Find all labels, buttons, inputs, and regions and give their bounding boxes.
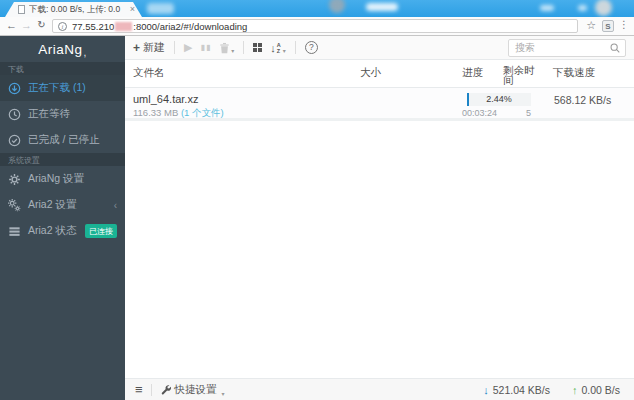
browser-tab[interactable]: 下载: 0.00 B/s, 上传: 0.0 × (5, 2, 142, 17)
statusbar-separator (151, 384, 152, 396)
page-info-icon[interactable]: i (58, 22, 67, 31)
clock-icon (8, 108, 21, 121)
global-speed-stats: ↓ 521.04 KB/s ↑ 0.00 B/s (483, 384, 620, 396)
tab-close-icon[interactable]: × (130, 5, 135, 14)
header-size: 大小 (360, 66, 381, 80)
tab-title: 下载: 0.00 B/s, 上传: 0.0 (29, 4, 126, 16)
sidebar-item-waiting[interactable]: 正在等待 (0, 101, 125, 127)
back-button[interactable]: ← (5, 19, 18, 31)
sidebar-item-label: AriaNg 设置 (28, 172, 84, 186)
browser-titlebar: 下载: 0.00 B/s, 上传: 0.0 × (0, 0, 634, 17)
table-rows-icon (8, 225, 21, 238)
global-download-speed: ↓ 521.04 KB/s (483, 384, 550, 396)
delete-button[interactable]: ▾ (219, 42, 234, 54)
check-circle-icon (8, 134, 21, 147)
sidebar-item-ariang-settings[interactable]: AriaNg 设置 (0, 166, 125, 192)
page-favicon-icon (18, 5, 25, 14)
task-file-count-link[interactable]: (1 个文件) (181, 107, 224, 118)
task-remaining-time: 00:03:24 (462, 108, 497, 118)
sort-arrow-icon: ↓ (270, 42, 276, 54)
caret-down-icon: ▾ (222, 390, 225, 397)
gear-icon (8, 173, 21, 186)
refresh-button[interactable]: ↻ (35, 19, 48, 30)
task-peer-count: 5 (517, 108, 531, 118)
chevron-left-icon: ‹ (114, 200, 117, 211)
task-size: 116.33 MB (1 个文件) (133, 107, 224, 120)
toolbar-separator (243, 41, 244, 54)
blurred-spot (540, 5, 554, 11)
sidebar-item-label: 正在下载 (1) (28, 81, 86, 95)
sidebar-section-settings: 系统设置 (0, 153, 125, 166)
url-prefix: 77.55.210 (72, 21, 114, 32)
header-download-speed: 下载速度 (553, 66, 595, 80)
collapse-sidebar-button[interactable]: ≡ (135, 382, 143, 397)
status-bar: ≡ 快捷设置 ▾ ↓ 521.04 KB/s ↑ 0.0 (125, 378, 634, 400)
blurred-circle (595, 0, 612, 16)
toolbar-separator (295, 41, 296, 54)
search-box (508, 39, 626, 57)
ariang-app: AriaNg, 下载 正在下载 (1) 正在等待 (0, 36, 634, 400)
pause-button[interactable]: ▮▮ (200, 43, 211, 52)
forward-button: → (20, 19, 33, 31)
sidebar-item-aria2-settings[interactable]: Aria2 设置 ‹ (0, 192, 125, 218)
new-task-button[interactable]: + 新建 (133, 40, 165, 55)
command-toolbar: + 新建 ▶ ▮▮ ▾ ↓ (125, 36, 634, 60)
blurred-spot (578, 5, 587, 11)
task-row[interactable]: uml_64.tar.xz 116.33 MB (1 个文件) 2.44% 00… (125, 88, 634, 121)
start-button[interactable]: ▶ (184, 41, 192, 54)
screen: 下载: 0.00 B/s, 上传: 0.0 × ← → ↻ i 77.55.21… (0, 0, 634, 400)
plus-icon: + (133, 41, 140, 55)
header-filename: 文件名 (133, 66, 165, 80)
quick-settings-button[interactable]: 快捷设置 ▾ (160, 383, 225, 397)
sidebar: AriaNg, 下载 正在下载 (1) 正在等待 (0, 36, 125, 400)
sidebar-item-downloading[interactable]: 正在下载 (1) (0, 75, 125, 101)
connected-status-badge: 已连接 (85, 224, 117, 238)
header-progress: 进度 (462, 66, 483, 80)
gears-icon (8, 199, 21, 212)
download-circle-icon (8, 82, 21, 95)
search-icon (609, 42, 621, 54)
sidebar-item-label: 已完成 / 已停止 (28, 133, 100, 147)
trash-icon (219, 42, 230, 54)
task-download-speed: 568.12 KB/s (554, 94, 611, 106)
view-grid-button[interactable] (253, 43, 262, 52)
caret-down-icon: ▾ (231, 47, 234, 54)
header-remaining-time: 剩余时间 (503, 65, 543, 85)
wrench-icon (160, 384, 171, 395)
logo-mark: , (83, 47, 86, 58)
task-filename[interactable]: uml_64.tar.xz (133, 93, 198, 105)
global-upload-speed: ↑ 0.00 B/s (572, 384, 620, 396)
blurred-tab-area (147, 3, 174, 14)
upload-arrow-icon: ↑ (572, 384, 578, 396)
blurred-text (366, 3, 398, 11)
blurred-avatar (329, 0, 345, 13)
chrome-menu-icon[interactable]: ⋮ (619, 19, 629, 30)
sidebar-item-stopped[interactable]: 已完成 / 已停止 (0, 127, 125, 153)
sidebar-item-label: Aria2 设置 (28, 198, 76, 212)
ariang-logo[interactable]: AriaNg, (0, 36, 125, 62)
sidebar-section-downloads: 下载 (0, 62, 125, 75)
help-button[interactable]: ? (305, 41, 318, 54)
url-redaction (115, 22, 132, 31)
sidebar-item-label: Aria2 状态 (28, 224, 76, 238)
browser-toolbar: ← → ↻ i 77.55.210 :8000/aria2/#!/downloa… (0, 17, 634, 36)
address-bar[interactable]: i 77.55.210 :8000/aria2/#!/downloading (52, 19, 578, 33)
main-content: + 新建 ▶ ▮▮ ▾ ↓ (125, 36, 634, 400)
progress-percent: 2.44% (467, 93, 531, 106)
toolbar-separator (174, 41, 175, 54)
extension-icon[interactable]: S (602, 20, 614, 32)
new-task-label: 新建 (143, 40, 165, 55)
url-suffix: :8000/aria2/#!/downloading (133, 21, 247, 32)
quick-settings-label: 快捷设置 (175, 383, 217, 397)
caret-down-icon: ▾ (283, 47, 286, 54)
sort-button[interactable]: ↓ AZ ▾ (270, 42, 286, 54)
task-table-header: 文件名 大小 进度 剩余时间 下载速度 (125, 60, 634, 88)
bookmark-star-icon[interactable]: ☆ (586, 19, 596, 32)
sidebar-item-label: 正在等待 (28, 107, 70, 121)
task-progress-bar: 2.44% (467, 93, 531, 106)
sort-az-icon: AZ (277, 42, 281, 54)
sidebar-item-aria2-status[interactable]: Aria2 状态 已连接 (0, 218, 125, 244)
download-arrow-icon: ↓ (483, 384, 489, 396)
